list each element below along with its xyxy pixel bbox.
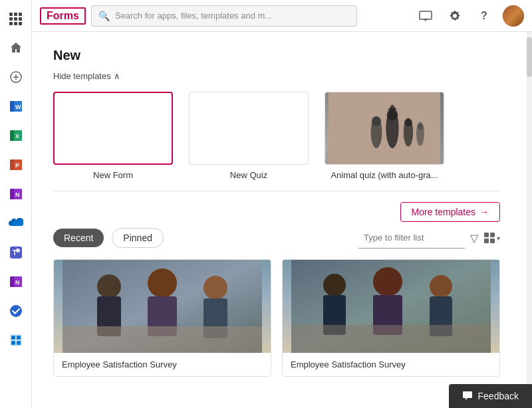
svg-point-39 xyxy=(417,124,424,130)
card-1-image xyxy=(54,260,271,353)
app-title[interactable]: Forms xyxy=(40,7,86,25)
filter-row: Recent Pinned ▽ ▾ xyxy=(53,227,500,249)
sidebar-item-teams[interactable]: T xyxy=(3,239,29,266)
scroll-track[interactable] xyxy=(527,32,532,408)
templates-row: New Form New Quiz xyxy=(53,92,500,180)
onedrive-icon xyxy=(9,218,23,229)
svg-point-33 xyxy=(387,109,398,120)
template-card-animal-quiz[interactable]: Animal quiz (with auto-gra... xyxy=(325,92,444,180)
people-scene-2 xyxy=(283,260,499,353)
viva-icon xyxy=(9,333,23,348)
sidebar-item-onenote[interactable]: N xyxy=(3,181,29,207)
feedback-icon xyxy=(462,391,473,401)
card-2-image xyxy=(283,260,499,353)
excel-icon: X xyxy=(9,128,23,143)
svg-point-59 xyxy=(430,275,452,298)
screen-share-icon[interactable] xyxy=(415,5,436,27)
arrow-right-icon: → xyxy=(479,207,489,217)
card-1[interactable]: Employee Satisfaction Survey xyxy=(53,259,271,377)
search-box[interactable]: 🔍 Search for apps, files, templates and … xyxy=(91,5,357,27)
svg-rect-43 xyxy=(490,239,495,243)
hide-templates-label: Hide templates xyxy=(53,71,111,81)
svg-rect-40 xyxy=(484,233,489,237)
search-placeholder: Search for apps, files, templates and m.… xyxy=(115,11,272,21)
view-toggle-arrow: ▾ xyxy=(497,235,500,242)
sidebar-item-home[interactable] xyxy=(3,35,29,61)
template-thumbnail-new-quiz[interactable] xyxy=(189,92,309,165)
onenote-icon: N xyxy=(9,187,23,201)
svg-rect-26 xyxy=(17,341,21,345)
pinned-tab[interactable]: Pinned xyxy=(112,228,164,248)
sidebar-item-word[interactable]: W xyxy=(3,93,29,120)
content-area: New Hide templates ∧ New Form New Quiz xyxy=(32,32,532,408)
filter-input[interactable] xyxy=(358,227,465,249)
more-templates-row: More templates → xyxy=(53,202,500,222)
more-templates-label: More templates xyxy=(412,207,475,217)
sidebar-item-create[interactable] xyxy=(3,64,29,90)
powerpoint-icon: P xyxy=(9,157,23,172)
sidebar-item-waffle[interactable] xyxy=(3,5,29,32)
onenote2-icon: N xyxy=(9,274,23,289)
svg-point-48 xyxy=(148,268,177,298)
svg-point-35 xyxy=(404,119,412,127)
grid-view-icon xyxy=(483,232,495,244)
help-icon[interactable]: ? xyxy=(473,5,495,27)
sidebar-item-onedrive[interactable] xyxy=(3,210,29,237)
svg-text:W: W xyxy=(15,104,21,110)
filter-right: ▽ ▾ xyxy=(358,227,500,249)
template-card-new-form[interactable]: New Form xyxy=(53,92,173,180)
sidebar-item-onenote2[interactable]: N xyxy=(3,268,29,295)
svg-point-57 xyxy=(373,267,402,296)
word-icon: W xyxy=(9,99,23,114)
scroll-thumb[interactable] xyxy=(527,37,532,77)
template-label-new-form: New Form xyxy=(93,170,133,180)
avatar-image xyxy=(503,5,524,27)
card-2[interactable]: Employee Satisfaction Survey xyxy=(282,259,500,377)
sidebar: W X P N T xyxy=(0,0,32,408)
svg-text:N: N xyxy=(15,279,20,286)
waffle-icon xyxy=(9,13,22,25)
svg-rect-23 xyxy=(11,336,15,340)
topbar: Forms 🔍 Search for apps, files, template… xyxy=(32,0,532,32)
hide-templates-button[interactable]: Hide templates ∧ xyxy=(53,71,500,81)
people-scene-1 xyxy=(54,260,271,353)
recent-tab[interactable]: Recent xyxy=(53,229,104,247)
template-thumbnail-animal-quiz[interactable] xyxy=(325,92,444,165)
view-toggle[interactable]: ▾ xyxy=(483,232,500,244)
sidebar-item-viva[interactable] xyxy=(3,327,29,354)
svg-point-50 xyxy=(203,276,227,300)
template-label-new-quiz: New Quiz xyxy=(230,170,267,180)
chess-image xyxy=(325,92,444,164)
svg-point-55 xyxy=(323,274,346,296)
svg-text:N: N xyxy=(15,191,20,198)
feedback-label: Feedback xyxy=(478,391,519,401)
avatar[interactable] xyxy=(503,5,524,27)
card-1-title: Employee Satisfaction Survey xyxy=(54,353,271,376)
section-title: New xyxy=(53,48,500,63)
chevron-up-icon: ∧ xyxy=(114,71,120,81)
plus-circle-icon xyxy=(9,70,23,84)
feedback-button[interactable]: Feedback xyxy=(449,384,532,408)
sidebar-item-powerpoint[interactable]: P xyxy=(3,152,29,178)
svg-text:X: X xyxy=(15,133,19,140)
teams-icon: T xyxy=(9,245,23,260)
sidebar-item-todo[interactable] xyxy=(3,298,29,324)
svg-rect-25 xyxy=(11,341,15,345)
svg-rect-24 xyxy=(17,336,21,340)
svg-text:P: P xyxy=(15,162,19,169)
main-area: Forms 🔍 Search for apps, files, template… xyxy=(32,0,532,408)
settings-icon[interactable] xyxy=(444,5,466,27)
svg-point-46 xyxy=(97,274,121,298)
filter-icon[interactable]: ▽ xyxy=(470,232,478,245)
sidebar-item-excel[interactable]: X xyxy=(3,122,29,149)
svg-rect-42 xyxy=(484,239,489,243)
svg-rect-61 xyxy=(291,325,491,353)
svg-rect-52 xyxy=(63,326,262,353)
cards-grid: Employee Satisfaction Survey xyxy=(53,259,500,377)
search-icon: 🔍 xyxy=(98,11,110,21)
topbar-right: ? xyxy=(415,5,524,27)
template-thumbnail-new-form[interactable] xyxy=(53,92,173,165)
svg-rect-27 xyxy=(420,11,432,19)
more-templates-button[interactable]: More templates → xyxy=(400,202,500,222)
template-card-new-quiz[interactable]: New Quiz xyxy=(189,92,309,180)
